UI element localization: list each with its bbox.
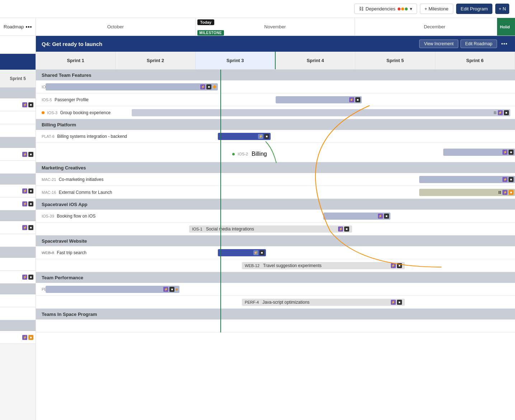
milestone-label: + Milestone (425, 6, 449, 11)
task-ios1[interactable]: IOS-1 Social media integrations ⚡ ■ (36, 223, 515, 235)
top-toolbar: ⛓ Dependencies ▾ + Milestone Edit Progra… (0, 0, 515, 18)
icon-ios4-1: ⚡ (22, 102, 27, 107)
task-perf4[interactable]: PERF-4 Java-script optimizations ⚡ ■ (36, 296, 515, 309)
sprint-headers: Sprint 1 Sprint 2 Sprint 3 Sprint 4 Spri… (36, 52, 515, 70)
mac16-icon2: ■ (509, 190, 514, 195)
task-perf1[interactable]: PERF-1 Runtime / backend profiling and o… (36, 283, 515, 296)
task-ios2[interactable]: IOS-2 Billing ⚡ ■ (36, 143, 515, 162)
icon-plat6-2: ■ (28, 152, 33, 157)
ios2-icon1: ⚡ (502, 150, 507, 155)
web8-bar: ⚡ ■ (218, 249, 266, 256)
edit-program-button[interactable]: Edit Program (456, 4, 493, 14)
left-item-perf4-empty (0, 307, 36, 320)
ios1-icon1: ⚡ (338, 227, 343, 232)
left-item-web12-empty: ⚡ ■ (0, 271, 36, 284)
left-item-mac16: ⚡ ■ (0, 197, 36, 210)
dependencies-label: Dependencies (366, 6, 395, 11)
dependencies-button[interactable]: ⛓ Dependencies ▾ (354, 4, 417, 14)
web12-bar: WEB-12 Travel suggestion experiments ⚡ ■ (242, 262, 405, 269)
section-ios-app: Spacetravel iOS App (36, 199, 515, 210)
task-mac21-label: MAC-21 Co-marketing initiatives (36, 177, 103, 182)
task-ios5-label: IOS-5 Passenger Profile (36, 97, 89, 102)
section-marketing: Marketing Creatives (36, 162, 515, 173)
ios4-bar-icon2: ■ (206, 84, 211, 89)
milestone-badge: MILESTONE (197, 30, 224, 36)
ios3-bar-icon1: ⚡ (498, 110, 503, 115)
icon-web12-1: ⚡ (22, 275, 27, 280)
mac21-bar: ⚡ ■ (419, 176, 515, 183)
plus-button[interactable]: + N (495, 4, 509, 14)
plat6-icon1: ⚡ (258, 134, 263, 139)
gantt-main: October November Today MILESTONE Decembe… (36, 18, 515, 420)
left-item-plat6: ⚡ ■ (0, 148, 36, 161)
left-section-perf (0, 284, 36, 294)
left-section-billing (0, 137, 36, 148)
ios2-dot (232, 153, 235, 155)
dep-chevron-icon: ▾ (410, 6, 412, 11)
perf1-icon1: ⚡ (163, 287, 168, 292)
icon-mac21-1: ⚡ (22, 188, 27, 193)
left-section-shared (0, 88, 36, 98)
gantt-rows-area: Shared Team Features IOS-4 Trip mana... … (36, 70, 515, 332)
mac16-bar: ⛓ ⚡ ■ (419, 189, 515, 196)
program-more-menu[interactable] (499, 42, 509, 46)
ios1-bar: IOS-1 Social media integrations ⚡ ■ (189, 225, 352, 233)
dep-colors (398, 8, 408, 10)
sprint-6: Sprint 6 (435, 52, 515, 69)
perf4-bar: PERF-4 Java-script optimizations ⚡ ■ (242, 299, 405, 306)
sprint-3: Sprint 3 (196, 52, 276, 69)
left-item-ios4: ⚡ ■ (0, 98, 36, 111)
task-ios5[interactable]: IOS-5 Passenger Profile ⚡ ■ (36, 93, 515, 106)
icon-mac16-1: ⚡ (22, 201, 27, 206)
roadmap-menu-button[interactable] (24, 25, 34, 29)
month-october: October (36, 18, 196, 36)
left-panel: Roadmap Sprint 5 ⚡ ■ (0, 18, 36, 420)
task-plat6-label: PLAT-6 Billing systems integration - bac… (36, 134, 127, 139)
program-actions: View Increment Edit Roadmap (419, 39, 509, 48)
icon-ios39-1: ⚡ (22, 225, 27, 230)
section-teams-space: Teams In Space Program (36, 309, 515, 319)
dependencies-icon: ⛓ (359, 6, 364, 11)
task-ios3-label: IOS-3 Group booking experience (36, 110, 111, 115)
plat6-bar: ⚡ ■ (218, 133, 271, 140)
mac16-icon1: ⚡ (502, 190, 507, 195)
ios2-content: IOS-2 Billing (232, 151, 267, 157)
task-ios3[interactable]: IOS-3 Group booking experience ⛓ ⚡ ■ (36, 106, 515, 119)
left-item-perf1-empty (0, 294, 36, 307)
task-teams-space-empty (36, 319, 515, 332)
task-plat6[interactable]: PLAT-6 Billing systems integration - bac… (36, 130, 515, 143)
ios5-bar-icon1: ⚡ (349, 97, 354, 102)
sprint-5: Sprint 5 (355, 52, 435, 69)
task-mac16[interactable]: MAC-16 External Comms for Launch ⛓ ⚡ ■ (36, 186, 515, 199)
task-ios39-label: IOS-39 Booking flow on iOS (36, 214, 95, 219)
web8-icon2: ■ (259, 250, 264, 255)
left-item-ios39: ⚡ ■ (0, 221, 36, 234)
left-item-ios5 (0, 111, 36, 124)
dep-dot-green (405, 8, 408, 10)
today-marker: Today (197, 19, 215, 25)
left-item-mac21: ⚡ ■ (0, 185, 36, 197)
perf1-icon2: ■ (169, 287, 174, 292)
left-item-web8-empty (0, 258, 36, 271)
task-web8[interactable]: WEB-8 Fast trip search ⚡ ■ (36, 246, 515, 259)
web12-icon1: ⚡ (391, 263, 396, 268)
ios4-bar-dot: 🔶 (212, 85, 216, 89)
ios1-icon2: ■ (344, 227, 349, 232)
task-web8-label: WEB-8 Fast trip search (36, 250, 86, 255)
task-web12[interactable]: WEB-12 Travel suggestion experiments ⚡ ■ (36, 259, 515, 272)
left-sprint-label: Sprint 5 (0, 70, 36, 88)
edit-roadmap-button[interactable]: Edit Roadmap (460, 39, 497, 48)
task-ios39[interactable]: IOS-39 Booking flow on iOS ⚡ ■ (36, 210, 515, 223)
view-increment-button[interactable]: View Increment (419, 39, 458, 48)
mac16-link-icon: ⛓ (498, 191, 501, 194)
icon-teams-1: ⚡ (22, 335, 27, 340)
task-ios4[interactable]: IOS-4 Trip mana... ⚡ ■ 🔶 (36, 80, 515, 93)
month-headers: October November Today MILESTONE Decembe… (36, 18, 515, 36)
icon-teams-2: ■ (28, 335, 33, 340)
sprint-2: Sprint 2 (116, 52, 195, 69)
task-mac21[interactable]: MAC-21 Co-marketing initiatives ⚡ ■ (36, 173, 515, 186)
milestone-button[interactable]: + Milestone (420, 4, 453, 14)
dep-dot-orange (401, 8, 404, 10)
ios3-bar-icon2: ■ (504, 110, 509, 115)
icon-mac16-2: ■ (28, 201, 33, 206)
